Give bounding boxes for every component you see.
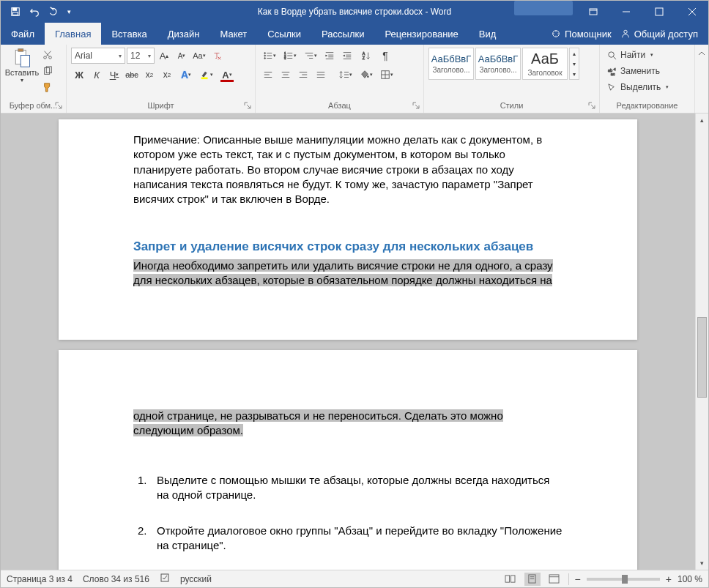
find-button[interactable]: Найти▾ (604, 48, 690, 62)
tab-view[interactable]: Вид (469, 23, 507, 45)
page-4[interactable]: одной странице, не разрываться и не пере… (59, 350, 637, 570)
style-title[interactable]: АаБЗаголовок (522, 48, 568, 80)
read-mode-button[interactable] (502, 573, 519, 586)
sort-button[interactable]: AZ (357, 48, 376, 64)
grow-font-button[interactable]: A▴ (156, 48, 172, 64)
status-language[interactable]: русский (180, 574, 212, 584)
style-heading1[interactable]: АаБбВвГЗаголово... (428, 48, 474, 80)
scroll-up-button[interactable]: ▴ (696, 113, 708, 127)
redo-button[interactable] (45, 3, 62, 21)
scroll-thumb[interactable] (697, 317, 707, 398)
svg-rect-18 (201, 78, 208, 80)
paragraph-dialog-launcher[interactable] (412, 102, 421, 111)
titlebar: ▾ Как в Ворде убрать висячие строки.docx… (1, 1, 708, 23)
clipboard-dialog-launcher[interactable] (55, 102, 64, 111)
print-layout-button[interactable] (524, 573, 541, 586)
italic-button[interactable]: К (89, 67, 105, 83)
align-right-button[interactable] (295, 67, 311, 83)
bold-button[interactable]: Ж (71, 67, 87, 83)
window-controls (514, 1, 708, 23)
tab-file[interactable]: Файл (1, 23, 45, 45)
justify-button[interactable] (313, 67, 329, 83)
page-3[interactable]: Примечание: Описанные выше манипуляции м… (59, 119, 637, 340)
font-color-button[interactable]: A▾ (218, 67, 237, 83)
select-button[interactable]: Выделить▾ (604, 80, 690, 94)
shrink-font-button[interactable]: A▾ (174, 48, 190, 64)
quick-access-toolbar: ▾ (1, 3, 74, 21)
web-layout-button[interactable] (546, 573, 563, 586)
collapse-ribbon-button[interactable] (695, 45, 708, 113)
highlight-button[interactable]: ▾ (197, 67, 216, 83)
share-button[interactable]: Общий доступ (620, 29, 698, 40)
styles-dialog-launcher[interactable] (588, 102, 597, 111)
maximize-button[interactable] (642, 1, 675, 23)
svg-point-23 (264, 58, 266, 59)
close-button[interactable] (675, 1, 708, 23)
zoom-in-button[interactable]: + (666, 573, 672, 585)
status-words[interactable]: Слово 34 из 516 (83, 574, 149, 584)
tab-insert[interactable]: Вставка (101, 23, 157, 45)
font-size-combo[interactable]: 12▾ (127, 48, 155, 64)
zoom-level[interactable]: 100 % (678, 574, 702, 584)
document-area[interactable]: Примечание: Описанные выше манипуляции м… (1, 113, 695, 570)
user-badge[interactable] (514, 1, 573, 15)
increase-indent-button[interactable] (339, 48, 355, 64)
tab-home[interactable]: Главная (45, 23, 101, 45)
tab-layout[interactable]: Макет (209, 23, 257, 45)
styles-gallery-scroll[interactable]: ▴▾▾ (569, 48, 579, 80)
cut-button[interactable] (40, 48, 55, 62)
line-spacing-button[interactable]: ▾ (336, 67, 355, 83)
save-button[interactable] (7, 3, 24, 21)
change-case-button[interactable]: Aa▾ (191, 48, 207, 64)
group-paragraph: ▾ 123▾ ▾ AZ ¶ ▾ ▾ ▾ Абзац (256, 45, 424, 113)
numbering-button[interactable]: 123▾ (281, 48, 300, 64)
tab-mailings[interactable]: Рассылки (311, 23, 374, 45)
copy-button[interactable] (40, 64, 55, 78)
status-page[interactable]: Страница 3 из 4 (7, 574, 73, 584)
borders-button[interactable]: ▾ (377, 67, 396, 83)
svg-text:3: 3 (284, 56, 286, 60)
replace-button[interactable]: abacЗаменить (604, 64, 690, 78)
text-effects-button[interactable]: A▾ (177, 67, 196, 83)
svg-rect-12 (18, 49, 23, 52)
svg-rect-6 (656, 8, 663, 15)
style-heading2[interactable]: АаБбВвГЗаголово... (475, 48, 521, 80)
tab-references[interactable]: Ссылки (257, 23, 311, 45)
status-proofing-icon[interactable] (160, 573, 170, 585)
svg-point-59 (367, 75, 369, 78)
paste-button[interactable]: Вставить ▾ (5, 48, 39, 94)
multilevel-button[interactable]: ▾ (301, 48, 320, 64)
decrease-indent-button[interactable] (322, 48, 338, 64)
undo-button[interactable] (26, 3, 43, 21)
minimize-button[interactable] (609, 1, 642, 23)
zoom-out-button[interactable]: − (575, 573, 581, 585)
subscript-button[interactable]: x2 (141, 67, 157, 83)
group-clipboard: Вставить ▾ Буфер обм... (1, 45, 67, 113)
tab-review[interactable]: Рецензирование (374, 23, 468, 45)
show-marks-button[interactable]: ¶ (377, 48, 393, 64)
font-name-combo[interactable]: Arial▾ (71, 48, 125, 64)
ribbon-display-button[interactable] (576, 1, 609, 23)
align-left-button[interactable] (260, 67, 276, 83)
underline-button[interactable]: Ч▾ (106, 67, 122, 83)
shading-button[interactable]: ▾ (357, 67, 376, 83)
tab-design[interactable]: Дизайн (157, 23, 210, 45)
statusbar: Страница 3 из 4 Слово 34 из 516 русский … (1, 570, 708, 587)
align-center-button[interactable] (278, 67, 294, 83)
vertical-scrollbar[interactable]: ▴ ▾ (695, 113, 708, 570)
zoom-slider[interactable] (587, 578, 660, 581)
svg-point-63 (609, 51, 614, 56)
superscript-button[interactable]: x2 (159, 67, 175, 83)
tell-me-button[interactable]: Помощник (551, 29, 612, 40)
qat-customize-button[interactable]: ▾ (64, 3, 74, 21)
clear-formatting-button[interactable] (209, 48, 225, 64)
group-editing: Найти▾ abacЗаменить Выделить▾ Редактиров… (600, 45, 695, 113)
scroll-down-button[interactable]: ▾ (696, 557, 708, 570)
bullets-button[interactable]: ▾ (260, 48, 279, 64)
format-painter-button[interactable] (40, 80, 55, 94)
font-dialog-launcher[interactable] (244, 102, 253, 111)
svg-rect-1 (13, 8, 17, 11)
group-styles: АаБбВвГЗаголово... АаБбВвГЗаголово... Аа… (424, 45, 600, 113)
strike-button[interactable]: abc (124, 67, 140, 83)
svg-line-64 (613, 56, 616, 59)
